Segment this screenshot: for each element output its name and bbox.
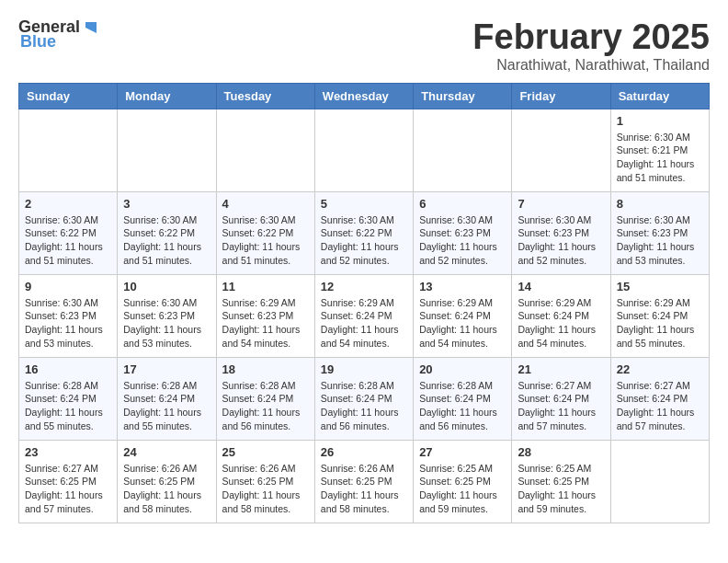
day-info: Sunrise: 6:30 AM Sunset: 6:23 PM Dayligh… [25, 296, 111, 350]
day-info: Sunrise: 6:29 AM Sunset: 6:24 PM Dayligh… [419, 296, 506, 350]
day-number: 15 [617, 280, 703, 293]
calendar-cell: 3Sunrise: 6:30 AM Sunset: 6:22 PM Daylig… [118, 191, 216, 274]
calendar-week-1: 1Sunrise: 6:30 AM Sunset: 6:21 PM Daylig… [19, 109, 710, 191]
calendar-cell: 25Sunrise: 6:26 AM Sunset: 6:25 PM Dayli… [216, 440, 314, 523]
day-number: 16 [25, 362, 111, 376]
day-info: Sunrise: 6:27 AM Sunset: 6:24 PM Dayligh… [518, 379, 604, 433]
day-number: 11 [222, 280, 309, 293]
day-info: Sunrise: 6:30 AM Sunset: 6:22 PM Dayligh… [222, 213, 309, 268]
day-number: 13 [419, 280, 506, 293]
day-info: Sunrise: 6:28 AM Sunset: 6:24 PM Dayligh… [222, 379, 309, 433]
day-info: Sunrise: 6:26 AM Sunset: 6:25 PM Dayligh… [321, 462, 407, 516]
calendar-cell: 18Sunrise: 6:28 AM Sunset: 6:24 PM Dayli… [216, 357, 314, 440]
calendar-cell: 11Sunrise: 6:29 AM Sunset: 6:23 PM Dayli… [216, 274, 314, 357]
calendar-cell: 24Sunrise: 6:26 AM Sunset: 6:25 PM Dayli… [118, 440, 216, 523]
calendar-cell: 2Sunrise: 6:30 AM Sunset: 6:22 PM Daylig… [19, 191, 118, 274]
weekday-header-friday: Friday [512, 83, 610, 109]
month-title: February 2025 [472, 18, 710, 57]
day-info: Sunrise: 6:30 AM Sunset: 6:23 PM Dayligh… [419, 213, 506, 268]
weekday-header-tuesday: Tuesday [216, 83, 314, 109]
day-number: 18 [222, 362, 309, 376]
day-number: 23 [25, 445, 111, 459]
weekday-header-saturday: Saturday [610, 83, 709, 109]
day-info: Sunrise: 6:28 AM Sunset: 6:24 PM Dayligh… [419, 379, 506, 433]
calendar-week-5: 23Sunrise: 6:27 AM Sunset: 6:25 PM Dayli… [19, 440, 710, 523]
calendar-cell: 21Sunrise: 6:27 AM Sunset: 6:24 PM Dayli… [512, 357, 610, 440]
day-number: 6 [419, 197, 506, 211]
calendar-cell: 17Sunrise: 6:28 AM Sunset: 6:24 PM Dayli… [118, 357, 216, 440]
day-number: 27 [419, 445, 506, 459]
calendar-cell [512, 109, 610, 191]
day-number: 14 [518, 280, 604, 293]
day-info: Sunrise: 6:30 AM Sunset: 6:22 PM Dayligh… [25, 213, 111, 268]
title-section: February 2025 Narathiwat, Narathiwat, Th… [472, 18, 710, 74]
page-header: General Blue February 2025 Narathiwat, N… [18, 18, 710, 74]
day-info: Sunrise: 6:26 AM Sunset: 6:25 PM Dayligh… [123, 462, 210, 516]
calendar-cell: 22Sunrise: 6:27 AM Sunset: 6:24 PM Dayli… [610, 357, 709, 440]
calendar-week-2: 2Sunrise: 6:30 AM Sunset: 6:22 PM Daylig… [19, 191, 710, 274]
calendar-cell: 15Sunrise: 6:29 AM Sunset: 6:24 PM Dayli… [610, 274, 709, 357]
day-info: Sunrise: 6:27 AM Sunset: 6:24 PM Dayligh… [617, 379, 703, 433]
weekday-header-thursday: Thursday [414, 83, 512, 109]
calendar-cell: 8Sunrise: 6:30 AM Sunset: 6:23 PM Daylig… [610, 191, 709, 274]
day-info: Sunrise: 6:30 AM Sunset: 6:23 PM Dayligh… [518, 213, 604, 268]
day-info: Sunrise: 6:29 AM Sunset: 6:24 PM Dayligh… [518, 296, 604, 350]
calendar-cell: 9Sunrise: 6:30 AM Sunset: 6:23 PM Daylig… [19, 274, 118, 357]
calendar-cell [19, 109, 118, 191]
calendar-cell: 12Sunrise: 6:29 AM Sunset: 6:24 PM Dayli… [314, 274, 413, 357]
day-info: Sunrise: 6:29 AM Sunset: 6:24 PM Dayligh… [321, 296, 407, 350]
calendar-cell [118, 109, 216, 191]
logo-container: General Blue [18, 18, 100, 52]
day-number: 1 [617, 114, 703, 128]
calendar-cell [314, 109, 413, 191]
svg-marker-0 [85, 22, 97, 33]
location-title: Narathiwat, Narathiwat, Thailand [472, 57, 710, 74]
day-number: 17 [123, 362, 210, 376]
calendar-cell: 13Sunrise: 6:29 AM Sunset: 6:24 PM Dayli… [414, 274, 512, 357]
day-info: Sunrise: 6:29 AM Sunset: 6:23 PM Dayligh… [222, 296, 309, 350]
weekday-header-row: SundayMondayTuesdayWednesdayThursdayFrid… [19, 83, 710, 109]
day-number: 8 [617, 197, 703, 211]
day-info: Sunrise: 6:30 AM Sunset: 6:23 PM Dayligh… [617, 213, 703, 268]
calendar-week-4: 16Sunrise: 6:28 AM Sunset: 6:24 PM Dayli… [19, 357, 710, 440]
day-number: 28 [518, 445, 604, 459]
calendar-cell: 10Sunrise: 6:30 AM Sunset: 6:23 PM Dayli… [118, 274, 216, 357]
day-number: 20 [419, 362, 506, 376]
day-number: 19 [321, 362, 407, 376]
day-number: 10 [123, 280, 210, 293]
day-number: 7 [518, 197, 604, 211]
calendar-cell: 27Sunrise: 6:25 AM Sunset: 6:25 PM Dayli… [414, 440, 512, 523]
calendar-cell: 6Sunrise: 6:30 AM Sunset: 6:23 PM Daylig… [414, 191, 512, 274]
day-info: Sunrise: 6:28 AM Sunset: 6:24 PM Dayligh… [123, 379, 210, 433]
day-info: Sunrise: 6:25 AM Sunset: 6:25 PM Dayligh… [419, 462, 506, 516]
calendar-cell: 1Sunrise: 6:30 AM Sunset: 6:21 PM Daylig… [610, 109, 709, 191]
day-info: Sunrise: 6:30 AM Sunset: 6:22 PM Dayligh… [321, 213, 407, 268]
day-number: 22 [617, 362, 703, 376]
day-number: 12 [321, 280, 407, 293]
day-info: Sunrise: 6:30 AM Sunset: 6:23 PM Dayligh… [123, 296, 210, 350]
day-number: 3 [123, 197, 210, 211]
day-number: 9 [25, 280, 111, 293]
day-info: Sunrise: 6:30 AM Sunset: 6:22 PM Dayligh… [123, 213, 210, 268]
logo: General Blue [18, 18, 100, 52]
calendar-cell: 5Sunrise: 6:30 AM Sunset: 6:22 PM Daylig… [314, 191, 413, 274]
day-info: Sunrise: 6:26 AM Sunset: 6:25 PM Dayligh… [222, 462, 309, 516]
calendar-cell: 26Sunrise: 6:26 AM Sunset: 6:25 PM Dayli… [314, 440, 413, 523]
day-number: 24 [123, 445, 210, 459]
logo-blue-text: Blue [20, 33, 100, 52]
calendar-cell: 14Sunrise: 6:29 AM Sunset: 6:24 PM Dayli… [512, 274, 610, 357]
day-number: 4 [222, 197, 309, 211]
weekday-header-sunday: Sunday [19, 83, 118, 109]
day-number: 5 [321, 197, 407, 211]
weekday-header-monday: Monday [118, 83, 216, 109]
calendar-cell: 23Sunrise: 6:27 AM Sunset: 6:25 PM Dayli… [19, 440, 118, 523]
day-info: Sunrise: 6:25 AM Sunset: 6:25 PM Dayligh… [518, 462, 604, 516]
day-info: Sunrise: 6:29 AM Sunset: 6:24 PM Dayligh… [617, 296, 703, 350]
day-number: 21 [518, 362, 604, 376]
day-info: Sunrise: 6:28 AM Sunset: 6:24 PM Dayligh… [321, 379, 407, 433]
day-number: 25 [222, 445, 309, 459]
day-number: 26 [321, 445, 407, 459]
day-info: Sunrise: 6:27 AM Sunset: 6:25 PM Dayligh… [25, 462, 111, 516]
calendar-cell: 19Sunrise: 6:28 AM Sunset: 6:24 PM Dayli… [314, 357, 413, 440]
day-info: Sunrise: 6:28 AM Sunset: 6:24 PM Dayligh… [25, 379, 111, 433]
